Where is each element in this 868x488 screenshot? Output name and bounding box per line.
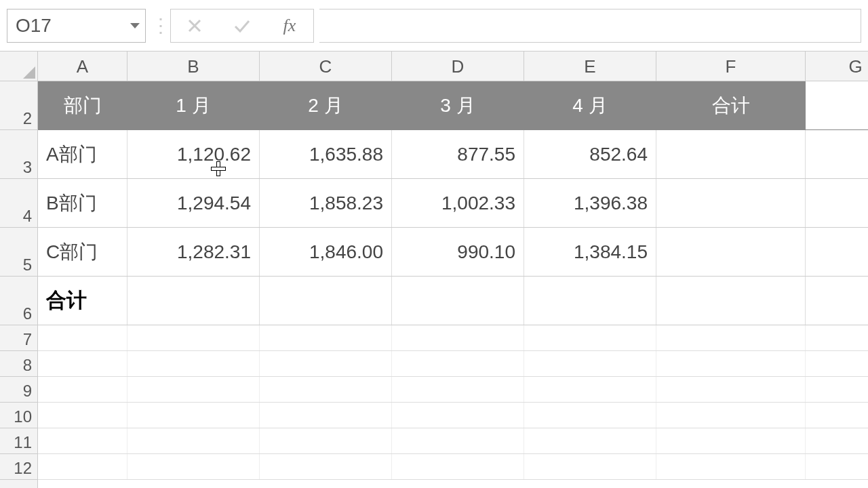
cell[interactable] [392, 325, 524, 350]
column-header[interactable]: A [38, 52, 127, 81]
cell[interactable] [806, 130, 868, 178]
cell[interactable] [806, 428, 868, 453]
cell[interactable] [260, 428, 392, 453]
cell[interactable] [392, 403, 524, 428]
cell[interactable]: 1,120.62 [127, 130, 260, 178]
cell[interactable] [806, 325, 868, 350]
enter-button[interactable] [218, 9, 266, 42]
cell[interactable] [806, 228, 868, 276]
cell[interactable] [524, 325, 656, 350]
cell[interactable] [392, 428, 524, 453]
insert-function-button[interactable]: fx [266, 9, 313, 42]
cell[interactable] [656, 277, 806, 325]
cell[interactable]: 合计 [656, 81, 806, 129]
cell[interactable] [127, 403, 260, 428]
column-header[interactable]: G [806, 52, 868, 81]
cell[interactable]: 1,002.33 [392, 179, 524, 227]
cell[interactable]: 1,396.38 [524, 179, 656, 227]
cell[interactable] [38, 403, 127, 428]
row-header[interactable]: 10 [0, 403, 37, 428]
cell[interactable] [656, 377, 806, 402]
cell[interactable] [392, 377, 524, 402]
row-header[interactable]: 4 [0, 179, 37, 228]
cell[interactable] [127, 277, 260, 325]
row-header[interactable]: 6 [0, 277, 37, 325]
cell[interactable] [806, 81, 868, 129]
select-all-corner[interactable] [0, 52, 38, 81]
cell[interactable]: 852.64 [524, 130, 656, 178]
cells-area[interactable]: 部门1 月2 月3 月4 月合计A部门1,120.621,635.88877.5… [38, 81, 868, 488]
cell[interactable] [806, 454, 868, 479]
cell[interactable] [38, 454, 127, 479]
cell[interactable] [806, 351, 868, 376]
cell[interactable] [260, 351, 392, 376]
cell[interactable] [127, 377, 260, 402]
cell[interactable] [38, 428, 127, 453]
cell[interactable] [127, 325, 260, 350]
cell[interactable]: 合计 [38, 277, 127, 325]
cell[interactable] [806, 403, 868, 428]
cell[interactable] [260, 277, 392, 325]
cell[interactable] [806, 277, 868, 325]
cell[interactable] [524, 377, 656, 402]
cell[interactable]: A部门 [38, 130, 127, 178]
column-header[interactable]: C [260, 52, 392, 81]
cell[interactable] [38, 325, 127, 350]
cell[interactable] [127, 454, 260, 479]
cell[interactable] [260, 403, 392, 428]
row-header[interactable]: 12 [0, 454, 37, 480]
row-header[interactable]: 5 [0, 228, 37, 277]
cell[interactable] [656, 454, 806, 479]
spreadsheet-grid[interactable]: ABCDEFG 23456789101112 部门1 月2 月3 月4 月合计A… [0, 52, 868, 488]
cell[interactable]: 1,282.31 [127, 228, 260, 276]
row-header[interactable]: 3 [0, 130, 37, 179]
cell[interactable]: C部门 [38, 228, 127, 276]
cell[interactable] [260, 454, 392, 479]
cell[interactable]: 1 月 [127, 81, 260, 129]
cell[interactable]: 1,858.23 [260, 179, 392, 227]
cell[interactable] [127, 351, 260, 376]
cell[interactable]: 3 月 [392, 81, 524, 129]
cell[interactable]: 部门 [38, 81, 127, 129]
chevron-down-icon[interactable] [130, 23, 140, 28]
cell[interactable]: 990.10 [392, 228, 524, 276]
column-header[interactable]: B [127, 52, 260, 81]
cell[interactable] [38, 377, 127, 402]
cell[interactable] [524, 351, 656, 376]
cell[interactable] [806, 179, 868, 227]
cell[interactable] [656, 179, 806, 227]
column-header[interactable]: D [392, 52, 524, 81]
cell[interactable] [806, 377, 868, 402]
cell[interactable] [656, 351, 806, 376]
cell[interactable] [656, 130, 806, 178]
cell[interactable] [127, 428, 260, 453]
cell[interactable] [392, 277, 524, 325]
name-box[interactable]: O17 [7, 9, 146, 43]
cell[interactable] [38, 351, 127, 376]
cell[interactable] [656, 403, 806, 428]
row-header[interactable]: 7 [0, 325, 37, 351]
cancel-button[interactable] [171, 9, 218, 42]
column-header[interactable]: E [524, 52, 656, 81]
cell[interactable]: B部门 [38, 179, 127, 227]
cell[interactable] [524, 403, 656, 428]
cell[interactable]: 2 月 [260, 81, 392, 129]
cell[interactable] [524, 428, 656, 453]
row-header[interactable]: 2 [0, 81, 37, 130]
cell[interactable] [392, 454, 524, 479]
cell[interactable] [656, 228, 806, 276]
row-header[interactable]: 8 [0, 351, 37, 377]
cell[interactable]: 4 月 [524, 81, 656, 129]
cell[interactable] [524, 454, 656, 479]
row-header[interactable]: 9 [0, 377, 37, 403]
row-header[interactable]: 11 [0, 428, 37, 454]
formula-input[interactable] [319, 9, 861, 43]
cell[interactable] [656, 428, 806, 453]
cell[interactable]: 1,294.54 [127, 179, 260, 227]
cell[interactable]: 1,635.88 [260, 130, 392, 178]
cell[interactable] [260, 377, 392, 402]
cell[interactable]: 1,384.15 [524, 228, 656, 276]
cell[interactable] [524, 277, 656, 325]
cell[interactable] [656, 325, 806, 350]
cell[interactable]: 877.55 [392, 130, 524, 178]
